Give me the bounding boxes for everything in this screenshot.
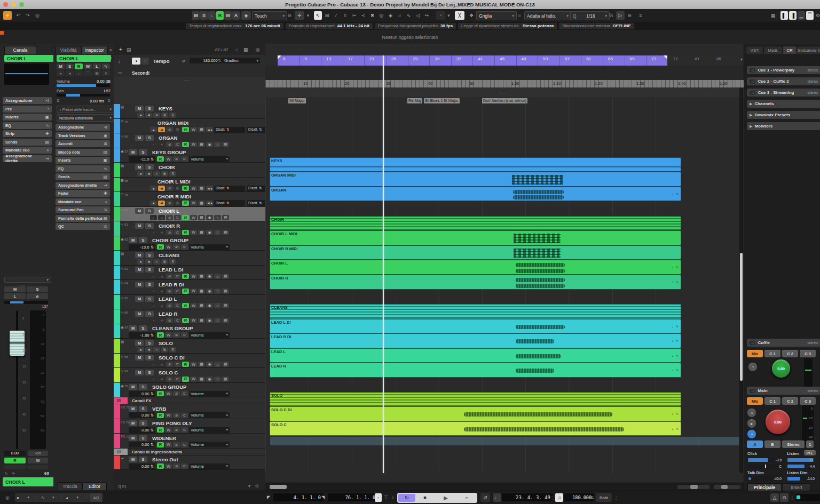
channel-icon[interactable]: ▦ bbox=[198, 303, 205, 308]
inspector-section-fader[interactable]: Fader✚ bbox=[56, 190, 110, 197]
event-choir-r[interactable]: CHOIR R♩∿ bbox=[270, 275, 681, 290]
grid-view-icon[interactable]: ▦ bbox=[243, 47, 248, 52]
phase-icon[interactable]: ≷ bbox=[161, 259, 168, 265]
track-preset-select[interactable]: ♪ Preset delle tracce...▾ bbox=[57, 106, 114, 113]
edit-channel-icon[interactable]: ▦ bbox=[174, 127, 181, 132]
track-row-canali-di-ingresso-uscita[interactable]: ▤Canali di ingresso/uscita bbox=[114, 449, 265, 455]
bypass-icon[interactable]: ⌀ bbox=[166, 377, 173, 382]
track-mute-button[interactable]: M bbox=[135, 282, 144, 287]
track-row-solo-group[interactable]: ◉ 70MSSOLO GROUP0.00 ⇅RW⌀⊂Volume▾ bbox=[114, 383, 265, 398]
monitor-icon[interactable]: ◄ bbox=[158, 362, 165, 367]
read-button[interactable]: R bbox=[157, 463, 164, 469]
tab-medi[interactable]: Medi. bbox=[763, 46, 783, 54]
main-source-c3[interactable]: C 3 bbox=[800, 397, 816, 405]
inspector-edit-icon[interactable]: ⇆ bbox=[102, 63, 110, 69]
drum-map-icon[interactable]: ▦ bbox=[198, 186, 205, 191]
channel-icon[interactable]: ▦ bbox=[198, 377, 205, 382]
bypass-icon[interactable]: ⌀ bbox=[166, 303, 173, 308]
tool-glue-icon[interactable]: ≺ bbox=[359, 11, 367, 20]
listen-level-bar[interactable]: -4.4 bbox=[787, 464, 816, 469]
inspector-monitor-icon[interactable]: ◄ bbox=[66, 70, 74, 76]
inspector-section-pannello-della-periferica[interactable]: Pannello della periferica▦ bbox=[56, 215, 110, 222]
track-solo-button[interactable]: S bbox=[145, 164, 154, 170]
inspector-section-eq[interactable]: EQ∿ bbox=[56, 165, 110, 172]
bypass-icon[interactable]: ⌀ bbox=[166, 127, 173, 132]
automation-icon[interactable]: ◉ bbox=[206, 318, 213, 323]
channel-pan-slider[interactable] bbox=[4, 301, 48, 304]
status-item[interactable]: Frequenza fotogrammi progetto30 fps bbox=[375, 23, 456, 29]
automation-icon[interactable]: ◉ bbox=[206, 303, 213, 308]
inspector-grid-icon[interactable]: ▦ bbox=[93, 70, 101, 76]
tempo-track-toggle-icon[interactable]: ♫ bbox=[555, 493, 563, 502]
chevron-down-icon[interactable]: ▾ bbox=[248, 484, 250, 489]
tab-visibilita[interactable]: Visibilità bbox=[55, 46, 82, 54]
reference-level-button[interactable]: ▸ bbox=[747, 419, 756, 428]
track-mute-button[interactable]: M bbox=[135, 164, 144, 170]
monitor-icon[interactable]: ◄ bbox=[145, 259, 152, 265]
automation-icon[interactable]: ◉ bbox=[206, 274, 213, 279]
automation-param-select[interactable]: Volume▾ bbox=[189, 427, 230, 433]
inspector-menu-icon[interactable]: = bbox=[109, 47, 112, 52]
play-button[interactable]: ▶ bbox=[436, 494, 456, 502]
read-button[interactable]: R bbox=[182, 289, 189, 294]
project-sync-icon[interactable]: ◎ bbox=[33, 11, 42, 20]
automation-param-select[interactable]: Volume▾ bbox=[189, 391, 230, 397]
automation-mode-select[interactable]: Touch▾ bbox=[252, 11, 287, 20]
channel-section-assegnazione[interactable]: Assegnazione⊲ bbox=[3, 97, 52, 104]
horizontal-scrollbar[interactable] bbox=[265, 483, 744, 491]
freeze-icon[interactable]: ⌂ bbox=[214, 289, 221, 294]
undo-icon[interactable]: ↶ bbox=[14, 11, 22, 20]
grid-type-select[interactable]: Griglia▾ bbox=[476, 11, 517, 20]
tab-canale[interactable]: Canale bbox=[4, 46, 36, 54]
write-button[interactable]: W bbox=[190, 215, 197, 220]
insert-icon[interactable]: ⊂ bbox=[181, 244, 188, 250]
write-button[interactable]: W bbox=[165, 244, 172, 250]
track-row-cleans[interactable]: ▤MSCLEANS●◄≡≷⊼ bbox=[114, 251, 265, 266]
freeze-icon[interactable]: ⌂ bbox=[214, 142, 221, 147]
phase-icon[interactable]: ≷ bbox=[161, 347, 168, 353]
monitor-icon[interactable]: ◄ bbox=[158, 142, 165, 147]
inspector-section-mandate-cue[interactable]: Mandate cue◖ bbox=[56, 198, 110, 205]
midi-output-select[interactable]: Disatt. ⇅ bbox=[214, 127, 245, 133]
monitor-icon[interactable]: ◄ bbox=[158, 274, 165, 279]
toggle-right-zone-icon[interactable]: ▐ bbox=[789, 11, 797, 20]
record-enable-icon[interactable]: ● bbox=[137, 171, 144, 177]
freeze-icon[interactable]: ⌂ bbox=[214, 318, 221, 323]
channel-section-pre[interactable]: Pre◔ bbox=[3, 106, 52, 113]
inspector-section-inserts[interactable]: Inserts▣ bbox=[56, 157, 110, 164]
left-locator-value[interactable]: 4. 1. 1. 0 bbox=[273, 493, 324, 501]
bypass-icon[interactable]: ⌀ bbox=[173, 442, 180, 447]
main-header[interactable]: ◁Mainstereo bbox=[747, 387, 820, 395]
toggle-left-zone-icon[interactable]: ▌ bbox=[780, 11, 788, 20]
channel-listen-button[interactable]: L bbox=[4, 293, 26, 299]
lock-icon[interactable]: ⊼ bbox=[169, 347, 176, 353]
search-icon[interactable]: ◎ bbox=[256, 47, 260, 52]
insert-icon[interactable]: ⊂ bbox=[174, 362, 181, 367]
read-button[interactable]: R bbox=[157, 156, 164, 162]
track-row-verb[interactable]: FX 71MSVERB0.00 ⇅RW⌀⊂Volume▾ bbox=[114, 404, 265, 419]
read-button[interactable]: R bbox=[182, 377, 189, 382]
monitor-icon[interactable]: ◄ bbox=[158, 230, 165, 235]
record-enable-icon[interactable]: ▪ bbox=[150, 142, 157, 147]
track-mute-button[interactable]: M bbox=[135, 223, 144, 229]
track-row-keys[interactable]: ▤MSKEYS●◄≡≷⊼ bbox=[114, 104, 265, 119]
toggle-lower-zone-icon[interactable]: ▁ bbox=[798, 11, 805, 20]
insert-icon[interactable]: ⊂ bbox=[181, 413, 188, 418]
track-volume-value[interactable]: -1.88 ⇅ bbox=[129, 332, 155, 338]
record-enable-icon[interactable]: ▪ bbox=[150, 377, 157, 382]
tool-mute-icon[interactable]: ✖ bbox=[368, 11, 376, 20]
insert-icon[interactable]: ⊂ bbox=[174, 230, 181, 235]
fold-downmix-presets[interactable]: ▶Downmix Presets bbox=[747, 111, 820, 119]
workspace-organizer-icon[interactable]: ✛ bbox=[295, 11, 304, 20]
track-row-keys-group[interactable]: ◉ 57MSKEYS GROUP-11.9 ⇅RW⌀⊂Volume▾ bbox=[114, 148, 265, 163]
chevron-down-icon[interactable]: ▾ bbox=[446, 11, 451, 20]
chord-event[interactable]: Si Blues 1 bbox=[424, 98, 444, 103]
read-button[interactable]: R bbox=[182, 318, 189, 323]
channel-icon[interactable]: ▦ bbox=[198, 215, 205, 220]
track-solo-button[interactable]: S bbox=[139, 325, 147, 331]
write-button[interactable]: W bbox=[165, 332, 172, 338]
tool-comp-icon[interactable]: ⌗ bbox=[396, 11, 404, 20]
seconds-ruler[interactable]: 10203040501:001:101:201:301:401:50 bbox=[265, 80, 744, 88]
track-freeze-icon[interactable]: ⌀ bbox=[109, 55, 112, 60]
track-mute-button[interactable]: M bbox=[135, 296, 144, 302]
